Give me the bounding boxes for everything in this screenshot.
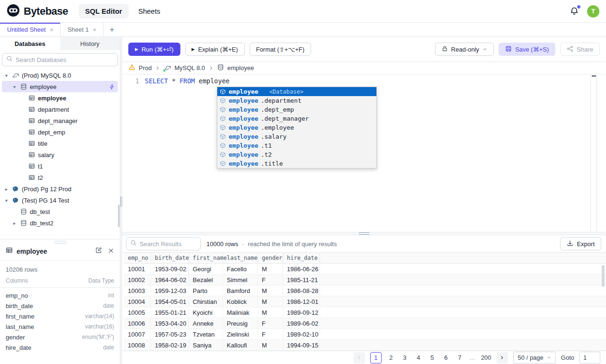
tree-item-t2[interactable]: t2 (2, 172, 118, 183)
share-button[interactable]: Share (560, 43, 600, 56)
tree-item-dept-emp[interactable]: dept_emp (2, 126, 118, 138)
edit-table-icon[interactable] (95, 247, 102, 256)
nav-sql-editor[interactable]: SQL Editor (79, 4, 129, 18)
add-sheet-button[interactable]: + (104, 23, 121, 36)
caret-down-icon[interactable]: ▾ (4, 73, 9, 78)
autocomplete-item[interactable]: employee.employee (217, 123, 376, 132)
run-button[interactable]: ▶Run (⌘+⏎) (128, 43, 180, 56)
next-page-button[interactable] (497, 352, 508, 364)
page-button-200[interactable]: 200 (481, 354, 491, 361)
table-cell: 10002 (124, 275, 151, 285)
column-header-gender[interactable]: gender (258, 253, 283, 263)
tab-untitled-sheet[interactable]: Untitled Sheet (0, 23, 61, 36)
close-panel-icon[interactable] (108, 247, 114, 256)
breadcrumb-instance[interactable]: MySQL 8.0 (174, 64, 205, 71)
caret-right-icon[interactable]: ▸ (4, 186, 9, 192)
page-button-7[interactable]: 7 (455, 354, 464, 361)
tab-sheet-1[interactable]: Sheet 1 (61, 23, 104, 36)
caret-down-icon[interactable]: ▾ (4, 198, 9, 203)
autocomplete-item[interactable]: employee.department (217, 96, 376, 105)
tree-item-prod-mysql-8-0[interactable]: ▾(Prod) MySQL 8.0 (2, 70, 118, 81)
tree-item-db-test2[interactable]: ▸db_test2 (2, 217, 118, 229)
readonly-mode-select[interactable]: Read-only (435, 43, 494, 56)
tab-history[interactable]: History (60, 37, 120, 50)
breadcrumb-database[interactable]: employee (227, 64, 254, 71)
caret-down-icon[interactable]: ▾ (12, 84, 17, 89)
page-size-select[interactable]: 50 / page (513, 352, 556, 364)
table-cell-filler (320, 296, 606, 307)
tree-item-db-test[interactable]: db_test (2, 206, 118, 217)
page-button-4[interactable]: 4 (414, 354, 423, 361)
search-results-input[interactable] (140, 240, 196, 248)
page-button-1[interactable]: 1 (370, 352, 382, 364)
column-header-last-name[interactable]: last_name (223, 253, 258, 263)
prev-page-button[interactable] (354, 352, 365, 364)
autocomplete-item[interactable]: employee.title (217, 159, 376, 168)
column-header-first-name[interactable]: first_name (189, 253, 223, 263)
sql-editor[interactable]: 1 SELECT * FROM employee employee<Databa… (122, 74, 606, 232)
table-cell: 1953-04-20 (151, 318, 189, 328)
autocomplete-item[interactable]: employee.dept_manager (217, 114, 376, 123)
breadcrumb-environment[interactable]: Prod (139, 64, 152, 71)
table-cell: 1986-06-26 (283, 264, 320, 274)
results-toolbar: 10000 rows - reached the limit of query … (122, 235, 606, 252)
panel-resize-handle[interactable] (54, 241, 66, 244)
avatar[interactable]: T (587, 5, 599, 18)
tree-item-employee[interactable]: ▾employee (2, 81, 118, 92)
caret-right-icon[interactable]: ▸ (12, 221, 17, 226)
table-cell: Bezalel (189, 275, 223, 285)
app-window: Bytebase SQL Editor Sheets T Untitled Sh… (0, 0, 606, 364)
table-row[interactable]: 100071957-05-23TzvetanZielinskiF1989-02-… (124, 329, 606, 340)
table-row[interactable]: 100051955-01-21KyoichiMaliniakM1989-09-1… (124, 307, 606, 318)
share-icon (567, 45, 573, 53)
tree-item-employee[interactable]: employee (2, 92, 118, 104)
autocomplete-item[interactable]: employee.salary (217, 132, 376, 141)
goto-page-input[interactable] (579, 352, 600, 364)
export-button[interactable]: Export (560, 237, 601, 250)
lightning-icon[interactable] (109, 84, 115, 90)
nav-sheets[interactable]: Sheets (132, 4, 167, 18)
page-button-2[interactable]: 2 (387, 354, 395, 361)
column-row-birth-date: birth_datedate (0, 301, 120, 311)
explain-button[interactable]: ▶Explain (⌘+E) (185, 43, 245, 56)
tree-item-salary[interactable]: salary (2, 149, 118, 160)
notifications-bell-icon[interactable] (569, 6, 579, 17)
column-header-hire-date[interactable]: hire_date (283, 253, 320, 263)
table-cell-filler (320, 285, 606, 296)
column-header-birth-date[interactable]: birth_date (151, 253, 189, 263)
search-databases-input[interactable] (16, 56, 114, 63)
tab-databases[interactable]: Databases (0, 37, 60, 50)
divider-handle[interactable] (359, 232, 369, 235)
autocomplete-item[interactable]: employee.t2 (217, 150, 376, 159)
autocomplete-item[interactable]: employee<Database> (217, 87, 376, 96)
table-row[interactable]: 100041954-05-01ChirstianKoblickM1986-12-… (124, 296, 606, 307)
format-button[interactable]: Format (⇧+⌥+F) (250, 43, 311, 56)
bytebase-logo[interactable]: Bytebase (7, 4, 68, 19)
page-button-5[interactable]: 5 (428, 354, 437, 361)
autocomplete-item[interactable]: employee.t1 (217, 141, 376, 150)
table-row[interactable]: 100011953-09-02GeorgiFacelloM1986-06-26 (124, 264, 606, 275)
schema-icon (219, 89, 226, 95)
tree-item-test-pg-14-test[interactable]: ▾(Test) PG 14 Test (2, 195, 118, 206)
save-button[interactable]: Save (⌘+S) (499, 43, 555, 56)
tree-item-t1[interactable]: t1 (2, 160, 118, 172)
table-row[interactable]: 100081958-02-19SaniyaKalloufiM1994-09-15 (124, 340, 606, 351)
tree-item-department[interactable]: department (2, 104, 118, 115)
page-button-6[interactable]: 6 (442, 354, 450, 361)
tree-item-prod-pg-12-prod[interactable]: ▸(Prod) Pg 12 Prod (2, 183, 118, 195)
data-type-label: Data Type (89, 277, 114, 284)
brand-name: Bytebase (24, 5, 68, 18)
chevron-down-icon (547, 354, 551, 361)
table-row[interactable]: 100061953-04-20AnnekePreusigF1989-06-02 (124, 318, 606, 329)
table-row[interactable]: 100031959-12-03PartoBamfordM1986-08-28 (124, 285, 606, 296)
tree-item-dept-manager[interactable]: dept_manager (2, 115, 118, 126)
column-header-emp-no[interactable]: emp_no (124, 253, 151, 263)
tree-item-title[interactable]: title (2, 138, 118, 149)
autocomplete-item[interactable]: employee.dept_emp (217, 105, 376, 114)
editor-minimap[interactable] (590, 74, 597, 232)
table-scrollbar[interactable] (602, 265, 605, 287)
table-row[interactable]: 100021964-06-02BezalelSimmelF1985-11-21 (124, 275, 606, 285)
page-button-3[interactable]: 3 (401, 354, 409, 361)
results-divider[interactable] (122, 232, 606, 235)
column-header-filler (320, 253, 606, 263)
